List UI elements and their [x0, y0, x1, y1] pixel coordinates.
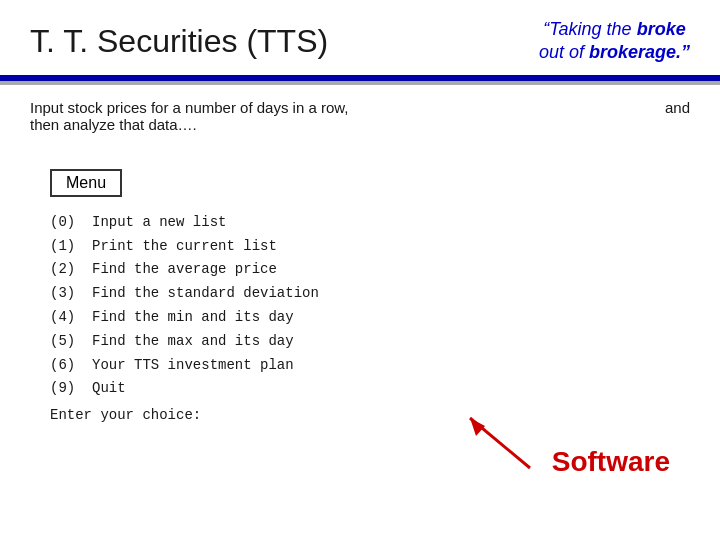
svg-marker-1	[470, 418, 485, 436]
menu-item-4: (4) Find the min and its day	[50, 306, 690, 330]
intro-right: and	[665, 99, 690, 116]
menu-label: Menu	[50, 169, 122, 197]
intro-left: Input stock prices for a number of days …	[30, 99, 349, 133]
menu-item-5: (5) Find the max and its day	[50, 330, 690, 354]
arrow-icon	[450, 408, 540, 478]
divider-container	[0, 75, 720, 85]
header: T. T. Securities (TTS) “Taking the broke…	[0, 0, 720, 75]
intro-section: Input stock prices for a number of days …	[0, 85, 720, 139]
menu-item-3: (3) Find the standard deviation	[50, 282, 690, 306]
tagline-box: “Taking the broke out of brokerage.”	[539, 18, 690, 65]
tagline-bold: broke	[637, 19, 686, 39]
app-title: T. T. Securities (TTS)	[30, 23, 328, 60]
enter-prompt: Enter your choice:	[50, 407, 201, 423]
tagline-line2: out of brokerage.”	[539, 41, 690, 64]
tagline-line1: “Taking the broke	[539, 18, 690, 41]
tagline-bold2: brokerage.”	[589, 42, 690, 62]
menu-item-9: (9) Quit	[50, 377, 690, 401]
menu-items: (0) Input a new list (1) Print the curre…	[50, 211, 690, 401]
menu-item-2: (2) Find the average price	[50, 258, 690, 282]
menu-item-0: (0) Input a new list	[50, 211, 690, 235]
menu-item-1: (1) Print the current list	[50, 235, 690, 259]
bottom-section: Enter your choice: Software	[0, 401, 720, 423]
menu-section: Menu (0) Input a new list (1) Print the …	[0, 139, 720, 401]
software-badge: Software	[552, 446, 670, 478]
menu-item-6: (6) Your TTS investment plan	[50, 354, 690, 378]
